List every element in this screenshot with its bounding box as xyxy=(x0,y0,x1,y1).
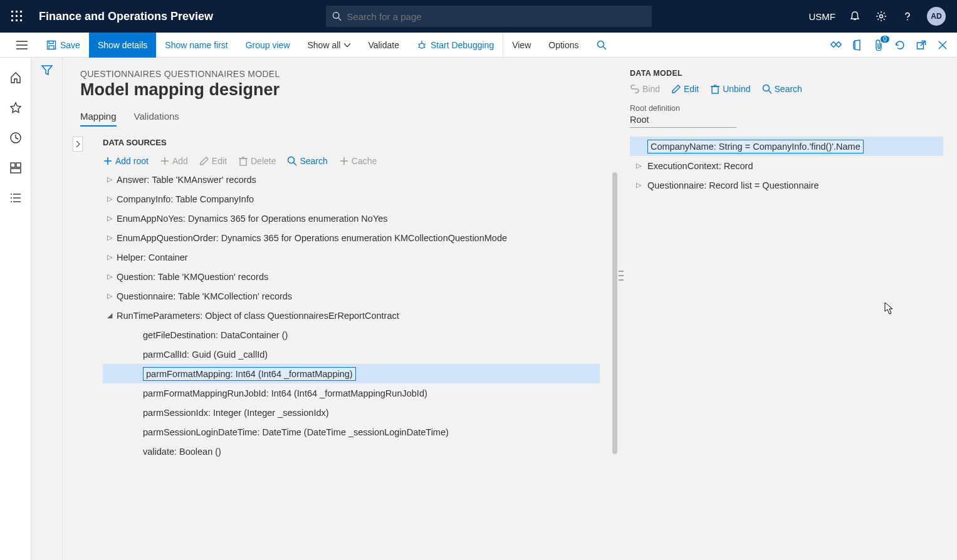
modules-icon[interactable] xyxy=(8,190,23,205)
svg-rect-3 xyxy=(11,15,13,17)
data-model-tree: CompanyName: String = CompanyInfo.'find(… xyxy=(630,137,943,195)
open-in-office-icon[interactable] xyxy=(850,38,864,52)
tree-row[interactable]: ▷ExecutionContext: Record xyxy=(630,156,943,175)
refresh-icon[interactable] xyxy=(893,38,907,52)
tree-row[interactable]: ▷Questionnaire: Record list = Questionna… xyxy=(630,175,943,195)
svg-rect-4 xyxy=(16,15,18,17)
add-button: Add xyxy=(160,156,188,166)
command-search-icon[interactable] xyxy=(588,33,615,58)
bind-button: Bind xyxy=(630,84,660,94)
bell-icon[interactable] xyxy=(848,9,862,23)
home-icon[interactable] xyxy=(8,70,23,85)
workspaces-icon[interactable] xyxy=(8,160,23,175)
star-icon[interactable] xyxy=(8,100,23,115)
svg-line-24 xyxy=(424,47,426,48)
company-label[interactable]: USMF xyxy=(809,11,836,22)
waffle-icon[interactable] xyxy=(6,6,28,27)
tree-row-label: EnumAppNoYes: Dynamics 365 for Operation… xyxy=(117,214,388,224)
tree-row-label: Question: Table 'KMQuestion' records xyxy=(117,272,268,282)
tree-twist-icon[interactable]: ▷ xyxy=(103,195,117,203)
gear-icon[interactable] xyxy=(874,9,888,23)
attachments-icon[interactable]: 0 xyxy=(872,38,886,52)
tree-row-label: CompanyName: String = CompanyInfo.'find(… xyxy=(647,140,864,153)
tree-row[interactable]: getFileDestination: DataContainer () xyxy=(103,325,600,345)
show-name-first-button[interactable]: Show name first xyxy=(156,33,236,58)
tree-twist-icon[interactable]: ▷ xyxy=(630,181,647,189)
tree-twist-icon[interactable]: ▷ xyxy=(103,292,117,300)
root-definition-value[interactable]: Root xyxy=(630,115,736,128)
tree-row[interactable]: parmFormatMapping: Int64 (Int64 _formatM… xyxy=(103,364,600,383)
tree-row[interactable]: ▷Questionnaire: Table 'KMCollection' rec… xyxy=(103,286,600,306)
app-title: Finance and Operations Preview xyxy=(39,10,213,23)
tree-row[interactable]: CompanyName: String = CompanyInfo.'find(… xyxy=(630,137,943,156)
search-dm-button[interactable]: Search xyxy=(762,84,802,94)
tree-twist-icon[interactable]: ▷ xyxy=(103,175,117,184)
tree-row-label: Questionnaire: Record list = Questionnai… xyxy=(647,180,819,190)
recent-icon[interactable] xyxy=(8,130,23,145)
tree-row[interactable]: ▷Helper: Container xyxy=(103,247,600,267)
command-bar: Save Show details Show name first Group … xyxy=(0,33,957,58)
tree-twist-icon[interactable]: ▷ xyxy=(103,214,117,222)
svg-line-26 xyxy=(603,46,606,49)
tree-row-label: CompanyInfo: Table CompanyInfo xyxy=(117,194,254,204)
svg-rect-1 xyxy=(16,11,18,13)
svg-rect-54 xyxy=(712,86,718,93)
tree-row[interactable]: validate: Boolean () xyxy=(103,442,600,461)
tree-twist-icon[interactable]: ▷ xyxy=(103,272,117,281)
search-ds-button[interactable]: Search xyxy=(287,156,327,166)
svg-rect-2 xyxy=(20,11,22,13)
svg-rect-7 xyxy=(16,19,18,21)
tree-twist-icon[interactable]: ▷ xyxy=(103,234,117,242)
tab-validations[interactable]: Validations xyxy=(134,111,179,127)
svg-line-10 xyxy=(338,18,341,20)
help-icon[interactable] xyxy=(901,9,914,23)
hamburger-icon[interactable] xyxy=(15,38,29,52)
tree-twist-icon[interactable]: ◢ xyxy=(103,311,117,319)
close-icon[interactable] xyxy=(936,38,949,52)
start-debugging-button[interactable]: Start Debugging xyxy=(408,33,503,58)
tree-row[interactable]: ▷CompanyInfo: Table CompanyInfo xyxy=(103,189,600,209)
show-details-button[interactable]: Show details xyxy=(89,33,156,58)
show-all-dropdown[interactable]: Show all xyxy=(299,33,360,58)
tree-row-label: parmCallId: Guid (Guid _callId) xyxy=(143,350,268,360)
tree-row[interactable]: ◢RunTimeParameters: Object of class Ques… xyxy=(103,306,600,325)
svg-point-12 xyxy=(907,19,908,21)
svg-point-9 xyxy=(333,13,340,19)
svg-line-58 xyxy=(768,91,771,94)
tree-row[interactable]: parmSessionIdx: Integer (Integer _sessio… xyxy=(103,403,600,422)
office-addins-icon[interactable] xyxy=(829,38,843,52)
svg-rect-47 xyxy=(240,158,246,165)
add-root-button[interactable]: Add root xyxy=(103,156,149,166)
global-search-input[interactable] xyxy=(347,11,646,22)
tree-row[interactable]: ▷Question: Table 'KMQuestion' records xyxy=(103,267,600,286)
mouse-cursor-icon xyxy=(884,302,894,314)
validate-button[interactable]: Validate xyxy=(359,33,408,58)
tree-row[interactable]: parmSessionLoginDateTime: DateTime (Date… xyxy=(103,422,600,442)
tree-row[interactable]: ▷Answer: Table 'KMAnswer' records xyxy=(103,170,600,189)
tree-row-label: Answer: Table 'KMAnswer' records xyxy=(117,175,256,185)
panel-collapse-handle[interactable] xyxy=(73,137,83,152)
view-menu[interactable]: View xyxy=(503,33,540,58)
popout-icon[interactable] xyxy=(914,38,928,52)
tree-row-label: validate: Boolean () xyxy=(143,447,221,457)
tree-row[interactable]: ▷EnumAppQuestionOrder: Dynamics 365 for … xyxy=(103,228,600,247)
tree-row[interactable]: parmFormatMappingRunJobId: Int64 (Int64 … xyxy=(103,383,600,403)
tab-mapping[interactable]: Mapping xyxy=(80,111,117,127)
tree-twist-icon[interactable]: ▷ xyxy=(630,162,647,170)
tree-row[interactable]: ▷EnumAppNoYes: Dynamics 365 for Operatio… xyxy=(103,209,600,228)
unbind-button[interactable]: Unbind xyxy=(710,84,750,94)
group-view-button[interactable]: Group view xyxy=(237,33,299,58)
global-search[interactable] xyxy=(326,6,652,27)
cache-button: Cache xyxy=(339,156,377,166)
tree-row[interactable]: parmCallId: Guid (Guid _callId) xyxy=(103,345,600,364)
avatar[interactable]: AD xyxy=(927,7,946,26)
options-menu[interactable]: Options xyxy=(540,33,587,58)
tree-twist-icon[interactable]: ▷ xyxy=(103,253,117,261)
scrollbar[interactable] xyxy=(612,172,617,454)
edit-dm-button[interactable]: Edit xyxy=(671,84,699,94)
svg-point-57 xyxy=(763,85,769,91)
splitter-handle[interactable] xyxy=(619,271,624,281)
tree-row-label: Helper: Container xyxy=(117,252,188,262)
save-button[interactable]: Save xyxy=(38,33,89,58)
filter-icon[interactable] xyxy=(39,63,55,78)
